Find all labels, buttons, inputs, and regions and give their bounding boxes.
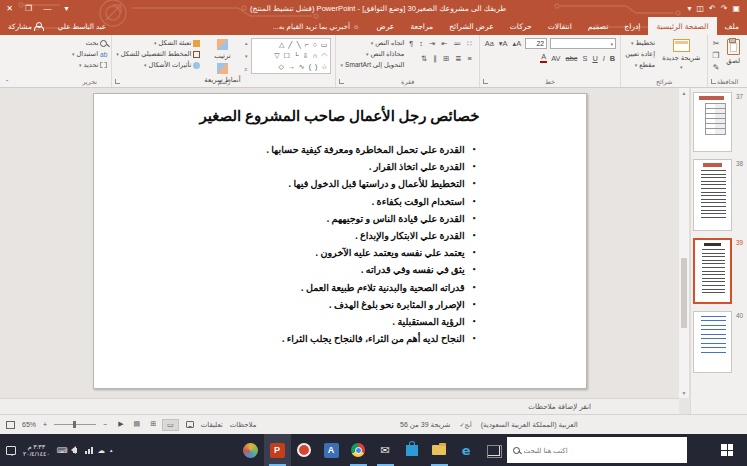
- shape-effects-button[interactable]: تأثيرات الأشكال▾: [116, 61, 200, 69]
- bullet-item[interactable]: •الإصرار و المثابرة نحو بلوغ الهدف .: [122, 296, 476, 313]
- minimize-icon[interactable]: —: [38, 0, 57, 17]
- bullet-item[interactable]: •القدرة علي قيادة الناس و توجيههم .: [122, 210, 476, 227]
- format-painter-icon[interactable]: ✎: [712, 63, 719, 72]
- tab-animations[interactable]: حركات: [502, 17, 540, 35]
- clipboard-dialog-launcher[interactable]: [711, 79, 716, 84]
- tab-transitions[interactable]: انتقالات: [540, 17, 580, 35]
- thumbnail-preview[interactable]: [693, 92, 732, 152]
- tab-design[interactable]: تصميم: [580, 17, 616, 35]
- bold-icon[interactable]: B: [609, 54, 616, 63]
- section-button[interactable]: مقطع▾: [625, 61, 655, 69]
- redo-icon[interactable]: ↷: [721, 4, 728, 13]
- bullet-item[interactable]: •النجاح لديه أهم من الثراء، فالنجاح يجلب…: [122, 330, 476, 347]
- font-name-combo[interactable]: ▾: [550, 38, 616, 49]
- comments-button[interactable]: تعليقات: [201, 421, 223, 429]
- tell-me-box[interactable]: ☼ أخبرني بما تريد القيام به...: [264, 17, 369, 35]
- strikethrough-icon[interactable]: abc: [565, 54, 579, 63]
- reading-view-icon[interactable]: ▤: [130, 419, 145, 431]
- file-explorer-icon[interactable]: [426, 434, 453, 466]
- restore-icon[interactable]: ❐: [19, 0, 38, 17]
- slide-bullet-list[interactable]: •القدرة علي تحمل المخاطرة ومعرفة كيفية ح…: [94, 141, 586, 347]
- find-button[interactable]: بحث: [72, 39, 107, 47]
- shape-outline-button[interactable]: المخطط التفصيلي للشكل▾: [116, 50, 200, 58]
- slide-title[interactable]: خصائص رجل الأعمال صاحب المشروع الصغير: [94, 107, 586, 125]
- font-dialog-launcher[interactable]: [483, 79, 488, 84]
- slide-sorter-view-icon[interactable]: ⊞: [146, 419, 160, 431]
- search-input[interactable]: [524, 447, 644, 454]
- action-center-icon[interactable]: [6, 446, 16, 455]
- thumbnail-preview[interactable]: [693, 311, 732, 373]
- keyboard-icon[interactable]: ⌨: [57, 446, 68, 455]
- hidden-icons-chevron[interactable]: ▴: [110, 447, 113, 453]
- convert-smartart-button[interactable]: التحويل إلى SmartArt▾: [340, 61, 404, 69]
- signed-in-user[interactable]: عبد الباسط علي: [52, 17, 112, 35]
- thumbnail-slide-37[interactable]: 37: [693, 92, 745, 152]
- fit-slide-to-window-icon[interactable]: [6, 421, 15, 429]
- tab-home[interactable]: الصفحة الرئيسية: [648, 17, 716, 35]
- onedrive-icon[interactable]: ☁: [98, 446, 106, 455]
- thumbnail-slide-40[interactable]: 40: [693, 311, 745, 373]
- powerpoint-taskbar-icon[interactable]: P: [264, 434, 291, 466]
- paint-app-icon[interactable]: [237, 434, 264, 466]
- bullet-item[interactable]: •يعتمد علي نفسه ويعتمد عليه الآخرون .: [122, 244, 476, 261]
- spellcheck-icon[interactable]: أبج✓: [459, 421, 471, 428]
- thumbnail-slide-39-selected[interactable]: 39: [693, 238, 745, 304]
- paste-button[interactable]: لصق: [723, 38, 743, 74]
- bullet-item[interactable]: •استخدام الوقت بكفاءة .: [122, 193, 476, 210]
- cut-icon[interactable]: ✂: [712, 39, 719, 48]
- replace-button[interactable]: abاستبدال▾: [72, 50, 107, 58]
- grow-font-icon[interactable]: A▴: [511, 39, 522, 48]
- task-view-icon[interactable]: [480, 434, 507, 466]
- text-direction-button[interactable]: اتجاه النص▾: [340, 39, 404, 47]
- bullet-item[interactable]: •القدرة علي تحمل المخاطرة ومعرفة كيفية ح…: [122, 141, 476, 158]
- touch-mode-icon[interactable]: ◫: [696, 4, 704, 13]
- zoom-slider[interactable]: [54, 424, 96, 425]
- tab-file[interactable]: ملف: [717, 17, 747, 35]
- scrollbar-thumb[interactable]: [681, 258, 687, 328]
- shapes-gallery-scroll[interactable]: ▴▾≡: [245, 38, 248, 74]
- notes-toggle-button[interactable]: ملاحظات: [230, 421, 257, 429]
- bullet-item[interactable]: •قدراته الصحية والبدنية تلاءم طبيعة العم…: [122, 279, 476, 296]
- drawing-dialog-launcher[interactable]: [115, 79, 120, 84]
- taskbar-clock[interactable]: ٣:٣٣ م ٢٠/٤/١٤٤٠: [23, 443, 50, 458]
- bullet-item[interactable]: •التخطيط للأعمال و دراستها قبل الدخول في…: [122, 175, 476, 192]
- italic-icon[interactable]: I: [602, 54, 606, 63]
- language-indicator[interactable]: العربية (المملكة العربية السعودية): [481, 421, 578, 429]
- change-case-icon[interactable]: Aa: [484, 39, 495, 48]
- align-text-button[interactable]: محاذاة النص▾: [340, 50, 404, 58]
- thumbnail-slide-38[interactable]: 38: [693, 159, 745, 231]
- collapse-ribbon-icon[interactable]: ˆ: [6, 79, 8, 86]
- zoom-in-icon[interactable]: +: [43, 421, 47, 428]
- slide-canvas[interactable]: خصائص رجل الأعمال صاحب المشروع الصغير •ا…: [93, 93, 587, 389]
- undo-icon[interactable]: ↶: [709, 4, 716, 13]
- speaker-icon[interactable]: [73, 448, 77, 453]
- chrome-icon[interactable]: [345, 434, 372, 466]
- alignment-columns-icons[interactable]: ≡ ≣ ⊞ ∥ ⇅: [408, 54, 474, 63]
- shapes-gallery[interactable]: ▭ ○ ⌐ ╲ ╱ △ ◠ ∩ ⇩ └ ☐ ▽ ☆ ( ) ∿ → ◇: [251, 38, 331, 74]
- bullet-item[interactable]: •يثق في نفسه وفي قدراته .: [122, 261, 476, 278]
- bullets-numbering-indent-icons[interactable]: ∷ ≔ ⇤ ⇥ ↕ ¶: [408, 39, 474, 48]
- media-app-icon[interactable]: [291, 434, 318, 466]
- slideshow-view-icon[interactable]: ▶: [114, 419, 127, 431]
- vertical-scrollbar[interactable]: ▲ ▼: [679, 88, 690, 398]
- slide-editing-area[interactable]: خصائص رجل الأعمال صاحب المشروع الصغير •ا…: [0, 88, 679, 398]
- zoom-level[interactable]: 65%: [22, 421, 36, 428]
- select-button[interactable]: تحديد▾: [72, 61, 107, 69]
- shape-fill-button[interactable]: تعبئة الشكل▾: [116, 39, 200, 47]
- layout-button[interactable]: تخطيط▾: [625, 39, 655, 47]
- arrange-button[interactable]: ترتيب: [214, 39, 230, 60]
- thumbnail-preview[interactable]: [693, 159, 732, 231]
- taskbar-search[interactable]: [507, 437, 687, 463]
- tab-insert[interactable]: إدراج: [616, 17, 648, 35]
- scroll-up-icon[interactable]: ▲: [682, 88, 687, 98]
- save-icon[interactable]: ▣: [732, 4, 740, 13]
- mail-icon[interactable]: ✉: [372, 434, 399, 466]
- reset-button[interactable]: إعادة تعيين: [625, 50, 655, 58]
- tab-view[interactable]: عرض: [368, 17, 402, 35]
- zoom-slider-thumb[interactable]: [73, 421, 76, 428]
- qat-menu-icon[interactable]: ▾: [687, 4, 691, 13]
- edge-icon[interactable]: e: [453, 434, 480, 466]
- start-button[interactable]: [707, 434, 747, 466]
- new-slide-button[interactable]: شريحة جديدة ▾: [659, 38, 703, 74]
- comments-icon[interactable]: [186, 421, 194, 428]
